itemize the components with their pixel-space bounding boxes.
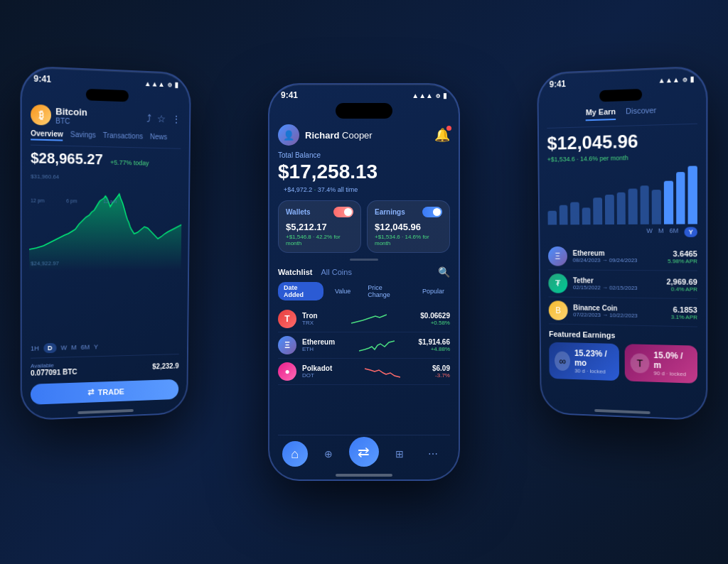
- eth-name: Ethereum: [302, 338, 335, 346]
- nav-portfolio[interactable]: ⊞: [387, 441, 412, 467]
- balance-change: +$4,972.2 · 37.4% all time: [284, 186, 358, 193]
- coin-symbol: BTC: [55, 116, 87, 126]
- nav-settings[interactable]: ⋯: [420, 441, 446, 467]
- filter-row: Date Added Value Price Change Popular: [278, 282, 450, 300]
- home-indicator-center: [336, 474, 392, 477]
- filter-d[interactable]: D: [43, 343, 57, 353]
- bar-10: [652, 190, 661, 224]
- usdt-earn-name: Tether: [573, 276, 638, 285]
- tab-all-coins[interactable]: All Coins: [321, 268, 352, 276]
- feat-pct-2: 15.0% / m: [653, 350, 691, 371]
- notification-bell[interactable]: 🔔: [434, 127, 450, 143]
- screen-center: 👤 Richard Cooper 🔔 Total Balance $17,258…: [269, 121, 459, 470]
- chart-filter-6m[interactable]: 6M: [670, 227, 679, 237]
- notch-right: [599, 89, 642, 102]
- filter-y[interactable]: Y: [94, 343, 98, 350]
- filter-value[interactable]: Value: [329, 286, 356, 297]
- earn-coin-list: Ξ Ethereum 08/24/2023 → 09/24/2023 3.646…: [548, 243, 697, 327]
- nav-market[interactable]: ⊕: [316, 441, 341, 467]
- filter-6m[interactable]: 6M: [81, 344, 90, 351]
- bottom-nav: ⌂ ⊕ ⇄ ⊞ ⋯: [278, 435, 450, 470]
- bar-2: [559, 205, 567, 225]
- wallets-amount: $5,212.17: [286, 222, 353, 232]
- bar-7: [616, 192, 626, 224]
- earnings-amount: $12,045.96: [375, 222, 442, 232]
- bar-4: [582, 207, 591, 224]
- share-icon[interactable]: ⤴: [146, 112, 151, 124]
- bar-6: [605, 195, 614, 224]
- center-phone: 9:41 ▲▲▲ ⌾ ▮ 👤 Richard Cooper 🔔 Total Ba…: [268, 83, 460, 481]
- earnings-card: Earnings $12,045.96 +$1,534.6 · 14.6% fo…: [367, 200, 450, 253]
- tab-discover[interactable]: Discover: [626, 106, 656, 120]
- filter-w[interactable]: W: [61, 344, 68, 351]
- eth-sparkline: [359, 337, 395, 354]
- tab-news[interactable]: News: [150, 133, 167, 144]
- btc-icon: ₿: [31, 104, 51, 126]
- tron-symbol: TRX: [302, 320, 318, 326]
- earnings-toggle[interactable]: [422, 207, 442, 217]
- right-nav-tabs: My Earn Discover: [547, 102, 697, 129]
- search-icon[interactable]: 🔍: [438, 266, 450, 278]
- usdt-earn-dates: 02/15/2022 → 02/15/2023: [573, 284, 638, 291]
- home-indicator-right: [594, 409, 650, 414]
- chart-filter-y[interactable]: Y: [684, 227, 697, 237]
- filter-price-change[interactable]: Price Change: [362, 282, 411, 300]
- usdt-earn-value: 2,969.69: [666, 277, 697, 286]
- more-icon[interactable]: ⋮: [171, 114, 181, 125]
- wifi-icon-center: ⌾: [436, 92, 440, 99]
- wallets-card: Wallets $5,212.17 +$1,546.8 · 42.2% for …: [278, 200, 361, 253]
- home-indicator-left: [77, 409, 133, 414]
- feat-pct-1: 15.23% / mo: [574, 348, 614, 369]
- wallets-toggle[interactable]: [333, 207, 353, 217]
- avatar: 👤: [278, 124, 299, 146]
- tab-transactions[interactable]: Transactions: [103, 131, 143, 143]
- earnings-change: +$1,534.6 · 14.6% for month: [375, 234, 442, 246]
- total-balance-amount: $17,258.13: [278, 161, 378, 183]
- available-btc: 0.077091 BTC: [31, 368, 77, 377]
- usdt-earn-apr: 0.4% APR: [666, 286, 697, 293]
- svg-text:$31,960.64: $31,960.64: [31, 173, 60, 180]
- tron-sparkline: [351, 310, 387, 327]
- chart-filter-w[interactable]: W: [646, 227, 653, 237]
- notch-left: [86, 89, 129, 102]
- eth-price: $1,914.66: [419, 338, 451, 346]
- tab-my-earn[interactable]: My Earn: [586, 107, 616, 121]
- eth-change: +4.88%: [419, 346, 451, 352]
- earnings-label: Earnings: [375, 208, 405, 216]
- star-icon[interactable]: ☆: [157, 113, 166, 124]
- bar-3: [570, 202, 579, 225]
- user-name: Richard Cooper: [305, 130, 373, 141]
- feat-card-2[interactable]: T 15.0% / m 90 d · locked: [625, 344, 697, 384]
- status-bar-center: 9:41 ▲▲▲ ⌾ ▮: [269, 85, 459, 103]
- bar-8: [628, 189, 638, 224]
- filter-1h[interactable]: 1H: [31, 345, 39, 352]
- bnb-earn-value: 6.1853: [671, 305, 697, 314]
- coin-header: ₿ Bitcoin BTC ⤴ ☆ ⋮: [31, 102, 181, 134]
- total-balance-label: Total Balance: [278, 151, 450, 159]
- filter-date-added[interactable]: Date Added: [278, 282, 323, 300]
- left-phone: 9:41 ▲▲▲ ⌾ ▮ ₿ Bitcoin BTC ⤴ ☆ ⋮ Overvie…: [21, 65, 191, 421]
- nav-home[interactable]: ⌂: [282, 441, 308, 467]
- earn-change: +$1,534.6 · 14.6% per month: [547, 153, 697, 163]
- left-nav-tabs: Overview Savings Transactions News: [31, 129, 181, 149]
- filter-m[interactable]: M: [71, 344, 77, 351]
- chart-filter-m[interactable]: M: [658, 227, 664, 237]
- right-phone: 9:41 ▲▲▲ ⌾ ▮ My Earn Discover $12,045.96…: [537, 65, 707, 421]
- earn-amount: $12,045.96: [547, 129, 697, 155]
- coin-info: ₿ Bitcoin BTC: [31, 104, 87, 126]
- filter-popular[interactable]: Popular: [417, 286, 450, 297]
- eth-earn-name: Ethereum: [573, 249, 638, 257]
- trade-button[interactable]: ⇄ TRADE: [31, 379, 178, 405]
- tab-overview[interactable]: Overview: [31, 129, 63, 141]
- battery-icon-left: ▮: [174, 80, 178, 88]
- screen-left: ₿ Bitcoin BTC ⤴ ☆ ⋮ Overview Savings Tra…: [22, 101, 190, 409]
- bnb-earn-dates: 07/22/2023 → 10/22/2023: [573, 311, 638, 318]
- tab-savings[interactable]: Savings: [70, 131, 96, 142]
- nav-swap[interactable]: ⇄: [349, 437, 379, 467]
- feat-card-1[interactable]: ∞ 15.23% / mo 30 d · locked: [549, 342, 619, 381]
- coin-actions: ⤴ ☆ ⋮: [146, 112, 181, 125]
- tab-watchlist[interactable]: Watchlist: [278, 268, 313, 276]
- tron-price: $0.06629: [420, 312, 450, 320]
- feat-sub-2: 90 d · locked: [654, 370, 692, 378]
- wifi-icon-right: ⌾: [682, 75, 687, 83]
